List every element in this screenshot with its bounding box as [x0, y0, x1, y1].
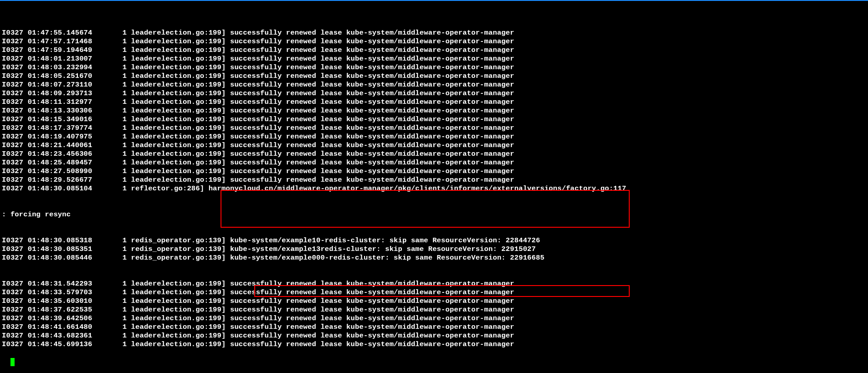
log-line: I0327 01:48:09.293713 1 leaderelection.g… — [2, 89, 866, 98]
log-line: I0327 01:48:43.682361 1 leaderelection.g… — [2, 332, 866, 340]
log-line: I0327 01:48:05.251670 1 leaderelection.g… — [2, 72, 866, 81]
log-line: I0327 01:48:45.699136 1 leaderelection.g… — [2, 340, 866, 349]
log-line: I0327 01:48:30.085318 1 redis_operator.g… — [2, 236, 866, 245]
log-line: I0327 01:48:30.085351 1 redis_operator.g… — [2, 245, 866, 254]
log-line: I0327 01:48:07.273110 1 leaderelection.g… — [2, 81, 866, 89]
log-line: I0327 01:48:11.312977 1 leaderelection.g… — [2, 98, 866, 107]
log-line: I0327 01:48:30.085446 1 redis_operator.g… — [2, 254, 866, 262]
log-line: I0327 01:48:23.456306 1 leaderelection.g… — [2, 150, 866, 158]
terminal-cursor — [10, 358, 15, 366]
log-line: I0327 01:48:27.508990 1 leaderelection.g… — [2, 167, 866, 176]
terminal-output[interactable]: I0327 01:47:55.145674 1 leaderelection.g… — [0, 1, 868, 373]
log-line: I0327 01:48:30.085104 1 reflector.go:286… — [2, 184, 866, 193]
log-line: I0327 01:47:57.171468 1 leaderelection.g… — [2, 37, 866, 46]
log-line: I0327 01:48:41.661480 1 leaderelection.g… — [2, 323, 866, 332]
log-line: I0327 01:47:55.145674 1 leaderelection.g… — [2, 29, 866, 37]
log-line: I0327 01:48:17.379774 1 leaderelection.g… — [2, 124, 866, 133]
log-line: I0327 01:47:59.194649 1 leaderelection.g… — [2, 46, 866, 55]
log-line: I0327 01:48:29.526677 1 leaderelection.g… — [2, 176, 866, 184]
log-line: I0327 01:48:03.232994 1 leaderelection.g… — [2, 63, 866, 72]
log-line: I0327 01:48:25.489457 1 leaderelection.g… — [2, 158, 866, 167]
annotation-box-redis — [221, 190, 630, 228]
log-line: I0327 01:48:01.213007 1 leaderelection.g… — [2, 55, 866, 63]
log-line: I0327 01:48:21.440061 1 leaderelection.g… — [2, 141, 866, 150]
log-line: I0327 01:48:31.542293 1 leaderelection.g… — [2, 280, 866, 288]
log-line: I0327 01:48:39.642506 1 leaderelection.g… — [2, 314, 866, 323]
log-line: I0327 01:48:13.330306 1 leaderelection.g… — [2, 107, 866, 115]
log-line: I0327 01:48:33.579703 1 leaderelection.g… — [2, 288, 866, 297]
log-line: I0327 01:48:35.603010 1 leaderelection.g… — [2, 297, 866, 306]
log-line: I0327 01:48:15.349016 1 leaderelection.g… — [2, 115, 866, 124]
log-line-resync: : forcing resync — [2, 210, 866, 219]
log-line: I0327 01:48:37.622535 1 leaderelection.g… — [2, 306, 866, 314]
log-line: I0327 01:48:19.407975 1 leaderelection.g… — [2, 133, 866, 141]
